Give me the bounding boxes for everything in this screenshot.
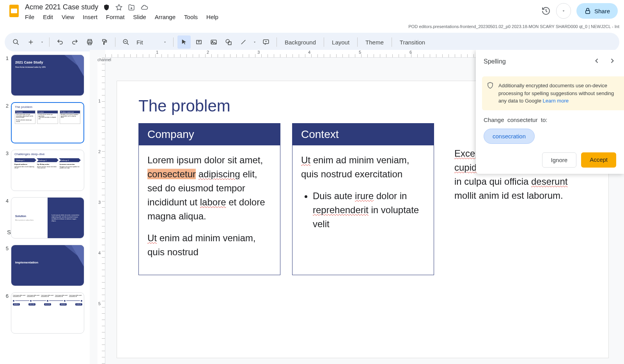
document-title[interactable]: Acme 2021 Case study — [25, 3, 98, 11]
paint-format-button[interactable] — [98, 35, 111, 49]
menu-arrange[interactable]: Arrange — [155, 14, 176, 20]
thumb-title: Solution — [15, 215, 44, 217]
learn-more-link[interactable]: Learn more — [542, 98, 568, 104]
misspelled: deserunt — [531, 176, 567, 187]
thumb-6[interactable]: Lorem ipsum dolor amet consectetur elit … — [11, 292, 84, 334]
highlighted-word: consectetur — [147, 169, 196, 179]
thumb-text: Lorem ipsum dolor sit amet, consectetur … — [51, 214, 80, 222]
misspelled: Ut — [301, 155, 310, 165]
next-icon[interactable] — [608, 57, 616, 66]
suggestion-chip[interactable]: consecration — [484, 129, 535, 144]
menu-format[interactable]: Format — [106, 14, 125, 20]
thumb-number: 5 — [3, 246, 9, 251]
thumb-number: 2 — [3, 103, 9, 109]
svg-rect-7 — [103, 39, 106, 41]
menu-view[interactable]: View — [62, 14, 74, 20]
misspelled: adipiscing — [199, 169, 240, 179]
zoom-out-icon[interactable] — [119, 35, 133, 49]
thumbnail-panel: 1 2021 Case Study How Acme increased sal… — [0, 50, 90, 364]
search-icon[interactable] — [9, 35, 23, 49]
text: Duis aute — [313, 191, 355, 201]
slideshow-dropdown[interactable] — [557, 4, 571, 18]
menu-insert[interactable]: Insert — [83, 14, 98, 20]
ignore-button[interactable]: Ignore — [542, 152, 577, 168]
misspelled: irure — [355, 191, 374, 201]
col-body[interactable]: Lorem ipsum dolor sit amet, consectetur … — [139, 145, 280, 275]
menu-edit[interactable]: Edit — [43, 14, 53, 20]
text: Lorem ipsum dolor sit amet, — [147, 155, 263, 165]
accept-button[interactable]: Accept — [581, 152, 616, 168]
menu-file[interactable]: File — [25, 14, 34, 20]
background-button[interactable]: Background — [281, 39, 320, 46]
thumb-sub: More premium subscribers — [15, 219, 44, 221]
menu-tools[interactable]: Tools — [184, 14, 198, 20]
redo-button[interactable] — [68, 35, 82, 49]
image-tool[interactable] — [207, 35, 220, 49]
move-icon[interactable] — [128, 4, 135, 11]
line-dropdown[interactable] — [252, 35, 258, 49]
ruler-tick: 1 — [156, 50, 158, 55]
thumb-number: 6 — [3, 293, 9, 299]
privacy-shield-icon[interactable] — [103, 4, 110, 11]
menu-help[interactable]: Help — [206, 14, 218, 20]
thumb-number: 1 — [3, 55, 9, 61]
zoom-select[interactable]: Fit — [134, 39, 169, 46]
print-button[interactable] — [83, 35, 96, 49]
ruler-tick: 4 — [308, 50, 310, 55]
thumb-title: 2021 Case Study — [15, 60, 80, 64]
lock-icon — [584, 7, 591, 14]
thumb-1[interactable]: 2021 Case Study How Acme increased sales… — [11, 55, 84, 96]
thumb-2[interactable]: The problem CompanyLorem ipsum dolor sit… — [11, 102, 84, 143]
text: dolor in — [374, 191, 407, 201]
svg-rect-13 — [228, 42, 231, 45]
slide-col-company[interactable]: Company Lorem ipsum dolor sit amet, cons… — [138, 123, 280, 275]
slide-col-context[interactable]: Context Ut enim ad minim veniam, quis no… — [292, 123, 434, 275]
comment-tool[interactable] — [259, 35, 273, 49]
menu-slide[interactable]: Slide — [133, 14, 146, 20]
cloud-icon[interactable] — [140, 4, 148, 11]
to-label: to: — [541, 117, 548, 123]
col-body[interactable]: Ut enim ad minim veniam, quis nostrud ex… — [292, 145, 434, 239]
thumb-number: 4 — [3, 198, 9, 204]
menu-bar: File Edit View Insert Format Slide Arran… — [25, 14, 541, 20]
thumb-label: 07.17.XX — [28, 303, 35, 306]
text — [196, 169, 199, 179]
misspelled: labore — [200, 197, 226, 207]
line-tool[interactable] — [237, 35, 250, 49]
transition-button[interactable]: Transition — [396, 39, 429, 46]
history-icon[interactable] — [541, 6, 551, 16]
thumb-col-h: Increase conversion — [60, 164, 81, 166]
select-tool[interactable] — [177, 35, 191, 49]
prev-icon[interactable] — [593, 57, 601, 66]
layout-button[interactable]: Layout — [328, 39, 353, 46]
header: Acme 2021 Case study File Edit View Inse… — [0, 0, 624, 25]
thumb-3[interactable]: Challenges deep-dive Challenge 1 Challen… — [11, 150, 84, 191]
svg-point-3 — [13, 39, 18, 44]
thumb-label: 06.03.XX — [13, 303, 20, 306]
new-slide-button[interactable] — [24, 35, 37, 49]
undo-button[interactable] — [53, 35, 67, 49]
thumb-col: Problem statement — [60, 111, 80, 113]
thumb-title: The problem — [15, 105, 80, 109]
share-button[interactable]: Share — [576, 3, 618, 19]
ruler-tick: 6 — [410, 50, 412, 55]
slides-logo[interactable] — [6, 3, 22, 19]
change-prompt: Change consectetur to: — [476, 117, 624, 123]
thumb-5[interactable]: Implementation — [11, 245, 84, 286]
star-icon[interactable] — [115, 4, 122, 11]
title-area: Acme 2021 Case study File Edit View Inse… — [25, 3, 541, 20]
new-slide-dropdown[interactable] — [39, 35, 45, 49]
shape-tool[interactable] — [222, 35, 235, 49]
thumb-4[interactable]: SolutionMore premium subscribers Lorem i… — [11, 197, 84, 239]
debug-text: POD editors.presentations-frontend_20230… — [408, 24, 619, 29]
thumb-label: 10.02.XX — [60, 303, 67, 306]
canvas-area: 1 2 3 4 5 6 1 2 channel3 4 5 The problem… — [90, 50, 624, 364]
theme-button[interactable]: Theme — [362, 39, 388, 46]
share-label: Share — [594, 8, 610, 14]
ruler-tick: 5 — [98, 301, 101, 306]
textbox-tool[interactable] — [192, 35, 206, 49]
thumb-number: 3 — [3, 150, 9, 156]
ruler-tick: 2 — [207, 50, 209, 55]
spelling-info-banner: Additionally encrypted documents use on-… — [482, 76, 624, 110]
thumb-col-h: Up 30-day active — [37, 164, 58, 166]
